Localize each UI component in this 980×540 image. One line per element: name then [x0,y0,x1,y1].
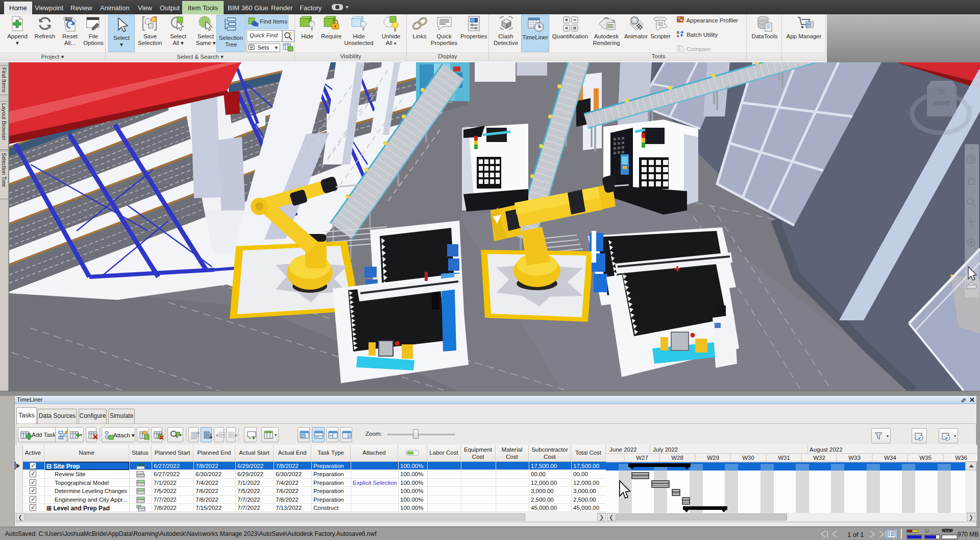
svg-text:W34: W34 [884,455,896,461]
svg-text:W33: W33 [848,455,861,461]
svg-text:1 of 1: 1 of 1 [847,531,864,538]
svg-text:W27: W27 [636,455,648,461]
svg-text:W32: W32 [813,455,825,461]
svg-text:B: B [677,31,679,34]
svg-text:W35: W35 [919,455,932,461]
svg-text:July 2022: July 2022 [653,447,678,453]
svg-text:June 2022: June 2022 [609,447,637,453]
svg-text:August 2022: August 2022 [810,447,843,453]
svg-text:W28: W28 [671,455,683,461]
svg-text:W30: W30 [742,455,754,461]
svg-text:W31: W31 [778,455,790,461]
svg-text:W29: W29 [707,455,719,461]
svg-text:W36: W36 [955,455,967,461]
svg-text:b: b [677,34,679,38]
svg-text:S: S [905,109,910,117]
svg-text:RIGHT: RIGHT [934,100,950,106]
svg-text:E: E [968,105,972,113]
